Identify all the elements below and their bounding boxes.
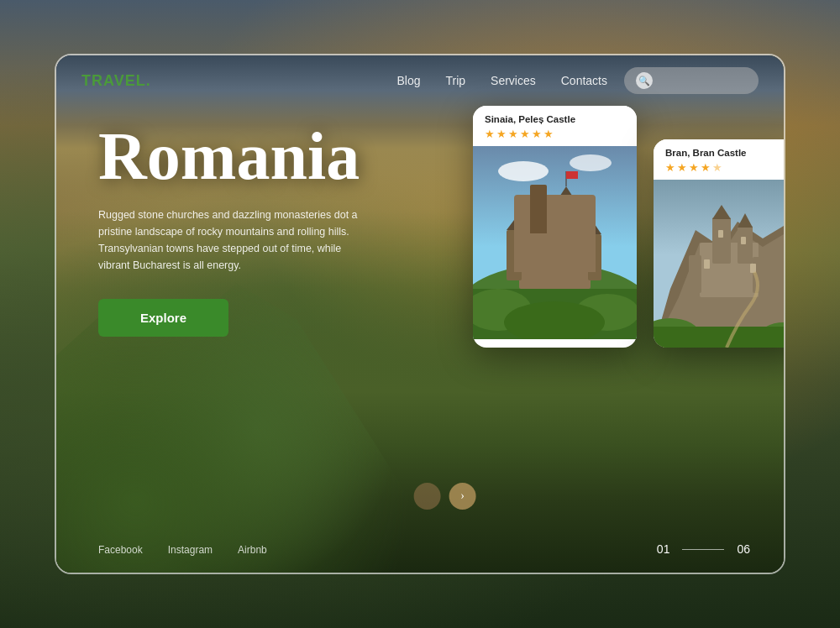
place-cards: Sinaia, Peleș Castle ★ ★ ★ ★ ★ ★ <box>473 106 785 348</box>
carousel-nav: › <box>414 483 476 510</box>
svg-rect-12 <box>588 234 601 280</box>
pagination: 01 06 <box>657 542 750 556</box>
peles-name: Sinaia, Peleș Castle <box>485 114 625 124</box>
dot-next[interactable]: › <box>449 483 476 510</box>
explore-button[interactable]: Explore <box>98 299 228 337</box>
svg-rect-37 <box>704 259 710 269</box>
svg-marker-9 <box>536 192 553 205</box>
navbar: TRAVEL. Blog Trip Services Contacts 🔍 <box>56 55 784 106</box>
social-links: Facebook Instagram Airbnb <box>98 544 267 556</box>
nav-trip[interactable]: Trip <box>445 74 465 87</box>
bran-name: Bran, Bran Castle <box>665 148 785 158</box>
nav-links: Blog Trip Services Contacts <box>396 74 607 87</box>
svg-rect-1 <box>473 146 637 247</box>
star-3: ★ <box>508 128 518 141</box>
star-2: ★ <box>496 128 507 141</box>
bran-castle-svg <box>654 180 785 348</box>
star-1: ★ <box>485 128 495 141</box>
page-current: 01 <box>657 542 670 556</box>
svg-rect-15 <box>525 234 532 244</box>
svg-rect-16 <box>540 215 546 223</box>
page-line <box>682 549 724 550</box>
peles-image <box>473 146 637 339</box>
svg-rect-17 <box>561 212 567 220</box>
bran-star-3: ★ <box>689 161 699 175</box>
svg-rect-36 <box>741 237 746 244</box>
bran-image <box>654 180 785 348</box>
search-input[interactable] <box>659 76 747 85</box>
svg-rect-41 <box>654 327 785 348</box>
bran-star-5: ★ <box>712 161 722 175</box>
svg-rect-35 <box>718 230 723 238</box>
svg-rect-20 <box>566 171 578 179</box>
logo: TRAVEL. <box>81 72 151 90</box>
peles-rating: ★ ★ ★ ★ ★ ★ <box>485 128 625 141</box>
star-4: ★ <box>520 128 530 141</box>
star-6: ★ <box>543 128 554 141</box>
link-instagram[interactable]: Instagram <box>168 544 213 556</box>
nav-services[interactable]: Services <box>491 74 536 87</box>
svg-rect-7 <box>536 205 553 247</box>
svg-rect-8 <box>557 201 575 247</box>
main-card: TRAVEL. Blog Trip Services Contacts 🔍 Ro… <box>55 54 785 574</box>
page-total: 06 <box>737 542 750 556</box>
svg-rect-38 <box>750 264 756 273</box>
place-card-peles[interactable]: Sinaia, Peleș Castle ★ ★ ★ ★ ★ ★ <box>473 106 637 348</box>
svg-point-3 <box>570 154 612 171</box>
link-airbnb[interactable]: Airbnb <box>238 544 267 556</box>
svg-rect-11 <box>507 230 522 280</box>
nav-contacts[interactable]: Contacts <box>561 74 607 87</box>
bran-rating: ★ ★ ★ ★ ★ <box>665 161 785 175</box>
svg-rect-29 <box>712 217 731 264</box>
bran-star-4: ★ <box>701 161 711 175</box>
nav-blog[interactable]: Blog <box>396 74 420 87</box>
svg-point-2 <box>498 161 549 181</box>
bran-star-2: ★ <box>677 161 687 175</box>
svg-rect-30 <box>738 226 753 264</box>
search-icon: 🔍 <box>636 72 653 89</box>
hero-content: Romania Rugged stone churches and dazzli… <box>98 123 375 337</box>
link-facebook[interactable]: Facebook <box>98 544 143 556</box>
outer-background: TRAVEL. Blog Trip Services Contacts 🔍 Ro… <box>0 0 840 628</box>
peles-castle-svg <box>473 146 637 339</box>
peles-card-header: Sinaia, Peleș Castle ★ ★ ★ ★ ★ ★ <box>473 106 637 146</box>
star-5: ★ <box>532 128 542 141</box>
svg-rect-18 <box>574 238 580 249</box>
logo-text: TRAVEL. <box>81 72 151 89</box>
svg-rect-6 <box>519 222 591 289</box>
bran-star-1: ★ <box>665 161 675 175</box>
search-bar[interactable]: 🔍 <box>624 67 759 94</box>
country-title: Romania <box>98 123 375 190</box>
svg-rect-33 <box>689 255 701 293</box>
bran-card-header: Bran, Bran Castle ★ ★ ★ ★ ★ <box>654 139 785 180</box>
country-description: Rugged stone churches and dazzling monas… <box>98 207 375 274</box>
dot-prev[interactable] <box>414 483 441 510</box>
place-card-bran[interactable]: Bran, Bran Castle ★ ★ ★ ★ ★ <box>654 139 785 348</box>
